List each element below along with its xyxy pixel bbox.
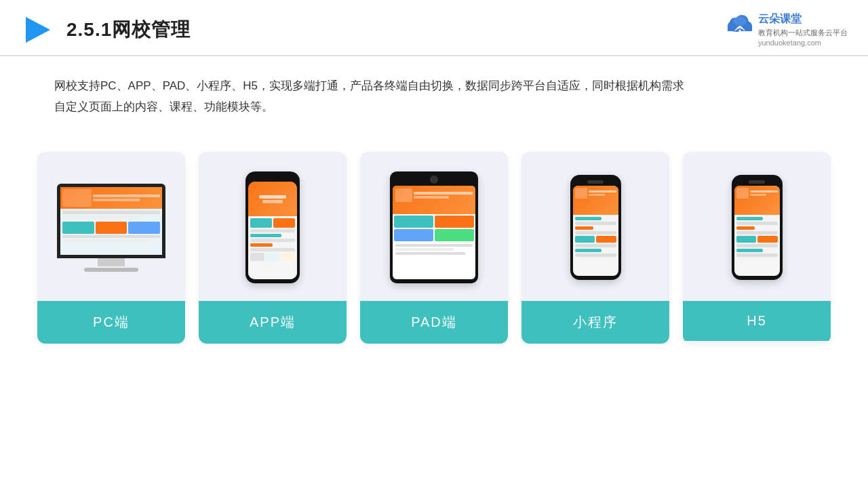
phone-line-1 bbox=[250, 229, 295, 232]
phone-screen-top bbox=[248, 182, 297, 216]
card-h5-label: H5 bbox=[683, 301, 831, 341]
tablet-top bbox=[393, 186, 475, 214]
tablet-grid bbox=[393, 214, 475, 243]
card-h5: H5 bbox=[683, 152, 831, 344]
phone-sm-screen bbox=[573, 186, 618, 276]
tablet-cell-1 bbox=[394, 216, 433, 228]
header-left: 2.5.1网校管理 bbox=[20, 13, 191, 47]
svg-point-6 bbox=[733, 16, 747, 26]
phone-sm-notch-h5 bbox=[749, 180, 765, 184]
pc-base bbox=[84, 268, 138, 272]
brand-tagline: 教育机构一站式服务云平台 bbox=[758, 28, 848, 38]
card-pad-label: PAD端 bbox=[360, 301, 508, 344]
phone-line-5 bbox=[250, 248, 295, 251]
card-pad: PAD端 bbox=[360, 152, 508, 344]
phone-sm-h5-line-6 bbox=[736, 249, 764, 252]
card-pc-label: PC端 bbox=[37, 301, 185, 344]
phone-sm-line-1 bbox=[575, 217, 602, 220]
page-title: 2.5.1网校管理 bbox=[66, 17, 191, 43]
tablet-cell-2 bbox=[435, 216, 474, 228]
svg-marker-0 bbox=[26, 17, 50, 43]
phone-sm-top bbox=[573, 186, 618, 215]
phone-line-2 bbox=[250, 234, 281, 237]
phone-mockup-mini bbox=[570, 175, 621, 280]
tablet-screen bbox=[393, 186, 475, 279]
phone-mockup-app bbox=[245, 171, 300, 283]
brand-name: 云朵课堂 bbox=[758, 12, 848, 26]
tablet-mockup bbox=[390, 171, 478, 283]
pc-stand bbox=[98, 258, 125, 266]
phone-screen bbox=[248, 182, 297, 279]
card-pc-image bbox=[37, 152, 185, 301]
logo-arrow-icon bbox=[20, 13, 54, 47]
card-miniprogram: 小程序 bbox=[521, 152, 669, 344]
tablet-cell-3 bbox=[394, 229, 433, 241]
brand-area: 云朵课堂 教育机构一站式服务云平台 yunduoketang.com bbox=[726, 12, 848, 47]
card-pc: PC端 bbox=[37, 152, 185, 344]
phone-sm-screen-h5 bbox=[734, 186, 780, 276]
card-app-label: APP端 bbox=[199, 301, 347, 344]
phone-sm-h5-line-1 bbox=[736, 217, 764, 220]
phone-line-3 bbox=[250, 239, 295, 242]
brand-url: yunduoketang.com bbox=[758, 39, 848, 47]
card-miniprogram-label: 小程序 bbox=[521, 301, 669, 344]
header: 2.5.1网校管理 云朵课堂 教育机构一站式服务云平台 yundu bbox=[0, 0, 868, 56]
card-app-image bbox=[199, 152, 347, 301]
brand-logo-row: 云朵课堂 教育机构一站式服务云平台 yunduoketang.com bbox=[726, 12, 848, 47]
phone-sm-notch bbox=[587, 180, 604, 184]
card-miniprogram-image bbox=[521, 152, 669, 301]
phone-sm-line-5 bbox=[575, 244, 616, 247]
phone-sm-line-7 bbox=[575, 253, 616, 257]
phone-sm-body-h5 bbox=[734, 215, 780, 259]
pc-screen-content bbox=[60, 187, 162, 255]
phone-sm-h5-line-2 bbox=[736, 222, 778, 225]
tablet-cell-4 bbox=[435, 229, 474, 241]
phone-line-4 bbox=[250, 243, 273, 247]
tablet-home-btn bbox=[430, 176, 438, 184]
phone-sm-h5-line-7 bbox=[736, 253, 778, 257]
card-pad-image bbox=[360, 152, 508, 301]
phone-sm-body bbox=[573, 215, 618, 259]
phone-mockup-h5 bbox=[732, 175, 783, 280]
pc-screen-outer bbox=[57, 184, 165, 258]
phone-sm-line-6 bbox=[575, 249, 602, 252]
phone-sm-h5-line-4 bbox=[736, 231, 778, 235]
phone-notch bbox=[263, 176, 282, 180]
phone-sm-top-h5 bbox=[734, 186, 780, 215]
description-text: 网校支持PC、APP、PAD、小程序、H5，实现多端打通，产品各终端自由切换，数… bbox=[0, 56, 746, 125]
brand-text: 云朵课堂 教育机构一站式服务云平台 yunduoketang.com bbox=[758, 12, 848, 47]
svg-point-7 bbox=[739, 30, 741, 32]
phone-sm-h5-line-5 bbox=[736, 244, 778, 247]
phone-sm-h5-line-3 bbox=[736, 226, 755, 230]
cloud-icon bbox=[726, 12, 754, 34]
phone-sm-line-2 bbox=[575, 222, 616, 225]
phone-sm-line-4 bbox=[575, 231, 616, 235]
phone-screen-mid bbox=[248, 216, 297, 280]
card-h5-image bbox=[683, 152, 831, 301]
phone-sm-line-3 bbox=[575, 226, 593, 230]
card-app: APP端 bbox=[199, 152, 347, 344]
pc-mockup bbox=[57, 184, 165, 272]
cards-container: PC端 bbox=[0, 131, 868, 344]
